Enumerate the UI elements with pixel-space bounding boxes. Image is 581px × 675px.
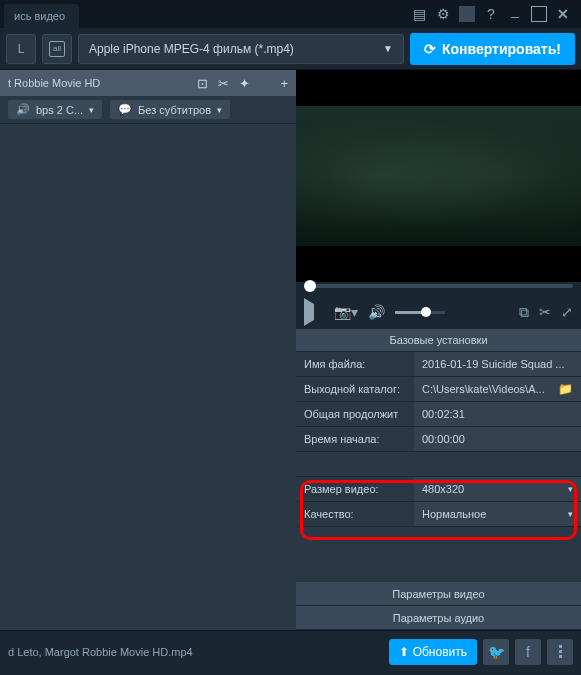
chevron-down-icon: ▾ bbox=[568, 509, 573, 519]
convert-label: Конвертировать! bbox=[442, 41, 561, 57]
statusbar: d Leto, Margot Robbie Movie HD.mp4 ⬆ Обн… bbox=[0, 630, 581, 672]
tracks-row: 🔊 bps 2 С... ▾ 💬 Без субтитров ▾ bbox=[0, 96, 296, 124]
play-button[interactable] bbox=[304, 304, 314, 320]
facebook-button[interactable]: f bbox=[515, 639, 541, 665]
help-icon[interactable]: ? bbox=[483, 6, 499, 22]
browse-icon[interactable]: 📁 bbox=[558, 382, 573, 396]
outdir-label: Выходной каталог: bbox=[296, 383, 414, 395]
volume-slider[interactable] bbox=[395, 311, 445, 314]
list-icon[interactable]: ▤ bbox=[411, 6, 427, 22]
twitter-button[interactable]: 🐦 bbox=[483, 639, 509, 665]
row-duration: Общая продолжит 00:02:31 bbox=[296, 402, 581, 427]
crop-icon[interactable]: ⊡ bbox=[197, 76, 208, 91]
settings-body: Имя файла: 2016-01-19 Suicide Squad ... … bbox=[296, 352, 581, 630]
start-label: Время начала: bbox=[296, 433, 414, 445]
mode-button[interactable]: L bbox=[6, 34, 36, 64]
settings-header: Базовые установки bbox=[296, 328, 581, 352]
subtitle-icon: 💬 bbox=[118, 103, 132, 116]
refresh-button[interactable]: ⬆ Обновить bbox=[389, 639, 477, 665]
mode-label: L bbox=[18, 42, 25, 56]
seek-bar[interactable] bbox=[296, 282, 581, 296]
format-value: Apple iPhone MPEG-4 фильм (*.mp4) bbox=[89, 42, 294, 56]
upload-icon: ⬆ bbox=[399, 645, 409, 659]
preview-panel: 📷▾ 🔊 ⧉ ✂ ⤢ Базовые установки Имя файла: … bbox=[296, 70, 581, 630]
row-start: Время начала: 00:00:00 bbox=[296, 427, 581, 452]
preview-frame bbox=[296, 106, 581, 246]
file-title: t Robbie Movie HD bbox=[8, 77, 100, 89]
file-header[interactable]: t Robbie Movie HD ⊡ ✂ ✦ + bbox=[0, 70, 296, 96]
cut-icon[interactable]: ✂ bbox=[218, 76, 229, 91]
size-label: Размер видео: bbox=[296, 483, 414, 495]
all-button[interactable]: all bbox=[42, 34, 72, 64]
video-preview[interactable] bbox=[296, 70, 581, 282]
chevron-down-icon: ▼ bbox=[383, 43, 393, 54]
outdir-value[interactable]: C:\Users\kate\Videos\A...📁 bbox=[414, 377, 581, 401]
link-icon[interactable]: ⧉ bbox=[519, 304, 529, 321]
effects-icon[interactable]: ✦ bbox=[239, 76, 250, 91]
refresh-label: Обновить bbox=[413, 645, 467, 659]
file-panel: t Robbie Movie HD ⊡ ✂ ✦ + 🔊 bps 2 С... ▾… bbox=[0, 70, 296, 630]
settings-header-label: Базовые установки bbox=[389, 334, 487, 346]
add-icon[interactable]: + bbox=[280, 76, 288, 91]
volume-icon[interactable]: 🔊 bbox=[368, 304, 385, 320]
row-quality: Качество: Нормальное▾ bbox=[296, 502, 581, 527]
duration-label: Общая продолжит bbox=[296, 408, 414, 420]
chevron-down-icon: ▾ bbox=[568, 484, 573, 494]
app-tab[interactable]: ись видео bbox=[4, 4, 79, 28]
seek-knob[interactable] bbox=[304, 280, 316, 292]
subtitle-value: Без субтитров bbox=[138, 104, 211, 116]
duration-value: 00:02:31 bbox=[414, 402, 581, 426]
row-filename: Имя файла: 2016-01-19 Suicide Squad ... bbox=[296, 352, 581, 377]
row-outdir: Выходной каталог: C:\Users\kate\Videos\A… bbox=[296, 377, 581, 402]
cut-icon[interactable]: ✂ bbox=[539, 304, 551, 320]
close-button[interactable]: ✕ bbox=[555, 6, 571, 22]
refresh-icon: ⟳ bbox=[424, 41, 436, 57]
main: t Robbie Movie HD ⊡ ✂ ✦ + 🔊 bps 2 С... ▾… bbox=[0, 70, 581, 630]
convert-button[interactable]: ⟳ Конвертировать! bbox=[410, 33, 575, 65]
filename-value[interactable]: 2016-01-19 Suicide Squad ... bbox=[414, 352, 581, 376]
audio-value: bps 2 С... bbox=[36, 104, 83, 116]
tab-title: ись видео bbox=[14, 10, 65, 22]
all-icon: all bbox=[49, 41, 65, 57]
quality-value[interactable]: Нормальное▾ bbox=[414, 502, 581, 526]
chevron-down-icon: ▾ bbox=[89, 105, 94, 115]
speaker-icon: 🔊 bbox=[16, 103, 30, 116]
player-controls: 📷▾ 🔊 ⧉ ✂ ⤢ bbox=[296, 296, 581, 328]
audio-chip[interactable]: 🔊 bps 2 С... ▾ bbox=[8, 100, 102, 119]
titlebar: ись видео ▤ ⚙ ? _ ✕ bbox=[0, 0, 581, 28]
subtitle-chip[interactable]: 💬 Без субтитров ▾ bbox=[110, 100, 230, 119]
minimize-button[interactable]: _ bbox=[507, 2, 523, 18]
chevron-down-icon: ▾ bbox=[217, 105, 222, 115]
audio-params-button[interactable]: Параметры аудио bbox=[296, 606, 581, 630]
menu-button[interactable] bbox=[547, 639, 573, 665]
row-size: Размер видео: 480x320▾ bbox=[296, 477, 581, 502]
fullscreen-icon[interactable]: ⤢ bbox=[561, 304, 573, 320]
video-params-button[interactable]: Параметры видео bbox=[296, 582, 581, 606]
status-filename: d Leto, Margot Robbie Movie HD.mp4 bbox=[8, 646, 383, 658]
toolbar: L all Apple iPhone MPEG-4 фильм (*.mp4) … bbox=[0, 28, 581, 70]
format-select[interactable]: Apple iPhone MPEG-4 фильм (*.mp4) ▼ bbox=[78, 34, 404, 64]
size-value[interactable]: 480x320▾ bbox=[414, 477, 581, 501]
start-value[interactable]: 00:00:00 bbox=[414, 427, 581, 451]
maximize-button[interactable] bbox=[531, 6, 547, 22]
filename-label: Имя файла: bbox=[296, 358, 414, 370]
quality-label: Качество: bbox=[296, 508, 414, 520]
snapshot-button[interactable]: 📷▾ bbox=[334, 304, 358, 320]
gear-icon[interactable]: ⚙ bbox=[435, 6, 451, 22]
separator bbox=[459, 6, 475, 22]
